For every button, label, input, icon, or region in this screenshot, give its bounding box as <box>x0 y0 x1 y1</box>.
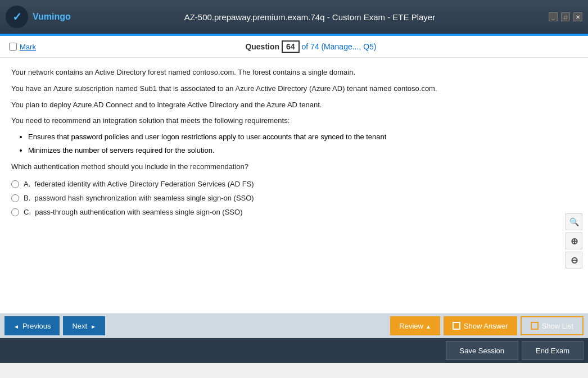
question-info: Question 64 of 74 (Manage..., Q5) <box>43 40 579 53</box>
option-a-label: A. federated identity with Active Direct… <box>24 180 254 188</box>
option-c-label: C. pass-through authentication with seam… <box>24 208 242 216</box>
show-list-label: Show List <box>542 322 573 330</box>
review-arrow-icon <box>426 322 431 330</box>
requirement-1: Ensures that password policies and user … <box>28 131 577 143</box>
show-answer-checkbox-icon <box>453 322 460 330</box>
previous-label: Previous <box>22 322 51 330</box>
requirement-2: Minimizes the number of servers required… <box>28 145 577 156</box>
prev-arrow-icon <box>13 322 19 330</box>
question-label: Question <box>245 42 279 51</box>
requirements-list: Ensures that password policies and user … <box>28 131 577 156</box>
option-b[interactable]: B. password hash synchronization with se… <box>11 194 577 202</box>
zoom-out-button[interactable]: ⊖ <box>566 252 582 268</box>
titlebar-title: AZ-500.prepaway.premium.exam.74q - Custo… <box>71 12 549 22</box>
maximize-button[interactable]: □ <box>561 12 570 21</box>
next-arrow-icon <box>91 322 96 330</box>
option-a[interactable]: A. federated identity with Active Direct… <box>11 180 577 188</box>
question-para-3: You plan to deploy Azure AD Connect and … <box>11 99 577 111</box>
brand-name: Vumingo <box>33 12 71 22</box>
previous-button[interactable]: Previous <box>4 316 60 335</box>
question-total: of 74 (Manage..., Q5) <box>301 42 376 51</box>
question-para-4: You need to recommend an integration sol… <box>11 115 577 127</box>
radio-c[interactable] <box>11 208 19 216</box>
end-exam-label: End Exam <box>536 347 569 355</box>
question-number-box: 64 <box>282 40 300 53</box>
show-answer-button[interactable]: Show Answer <box>444 316 517 335</box>
toolbar-row1: Previous Next Review Show Answer Show Li… <box>0 313 588 338</box>
toolbar-row2: Save Session End Exam <box>0 338 588 363</box>
search-tool-button[interactable]: 🔍 <box>566 213 582 230</box>
side-tools: 🔍 ⊕ ⊖ <box>566 213 582 268</box>
mark-checkbox[interactable] <box>9 43 17 51</box>
save-session-label: Save Session <box>460 347 505 355</box>
options-list: A. federated identity with Active Direct… <box>11 180 577 216</box>
close-button[interactable]: ✕ <box>573 12 582 21</box>
mark-label[interactable]: Mark <box>20 43 36 51</box>
radio-b[interactable] <box>11 194 19 202</box>
save-session-button[interactable]: Save Session <box>446 341 519 360</box>
titlebar: ✓ Vumingo AZ-500.prepaway.premium.exam.7… <box>0 0 588 34</box>
main-content: Your network contains an Active Director… <box>0 58 588 313</box>
review-label: Review <box>399 322 423 330</box>
end-exam-button[interactable]: End Exam <box>522 341 584 360</box>
question-para-2: You have an Azure subscription named Sub… <box>11 83 577 95</box>
zoom-in-button[interactable]: ⊕ <box>566 233 582 249</box>
answer-question: Which authentication method should you i… <box>11 162 577 171</box>
next-label: Next <box>72 322 87 330</box>
radio-a[interactable] <box>11 180 19 188</box>
question-para-1: Your network contains an Active Director… <box>11 67 577 79</box>
mark-checkbox-container[interactable]: Mark <box>9 43 36 51</box>
show-list-checkbox-icon <box>531 322 539 330</box>
option-b-label: B. password hash synchronization with se… <box>24 194 254 202</box>
logo: ✓ <box>6 6 28 28</box>
minimize-button[interactable]: _ <box>549 12 558 21</box>
show-answer-label: Show Answer <box>464 322 508 330</box>
question-header: Mark Question 64 of 74 (Manage..., Q5) <box>0 36 588 58</box>
show-list-button[interactable]: Show List <box>521 316 584 335</box>
review-button[interactable]: Review <box>390 316 440 335</box>
window-controls[interactable]: _ □ ✕ <box>549 12 582 21</box>
next-button[interactable]: Next <box>63 316 105 335</box>
titlebar-left: ✓ Vumingo <box>6 6 71 28</box>
option-c[interactable]: C. pass-through authentication with seam… <box>11 208 577 216</box>
